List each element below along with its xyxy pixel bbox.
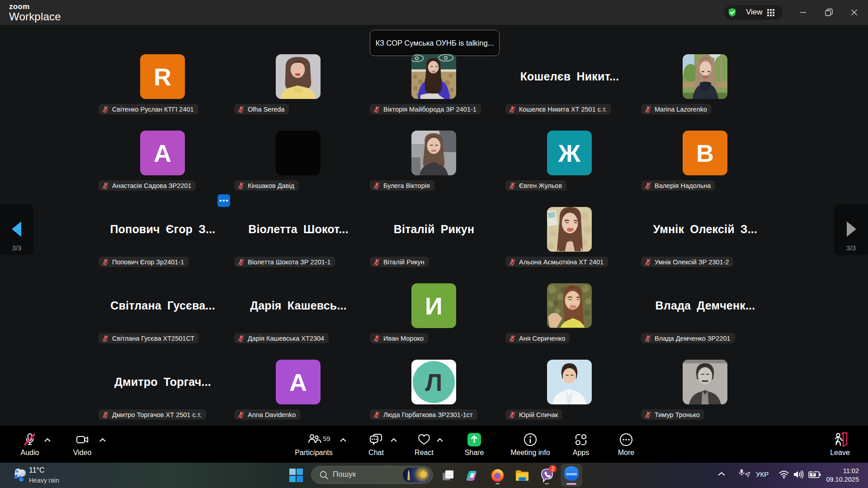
svg-text:zoom: zoom (566, 472, 577, 476)
